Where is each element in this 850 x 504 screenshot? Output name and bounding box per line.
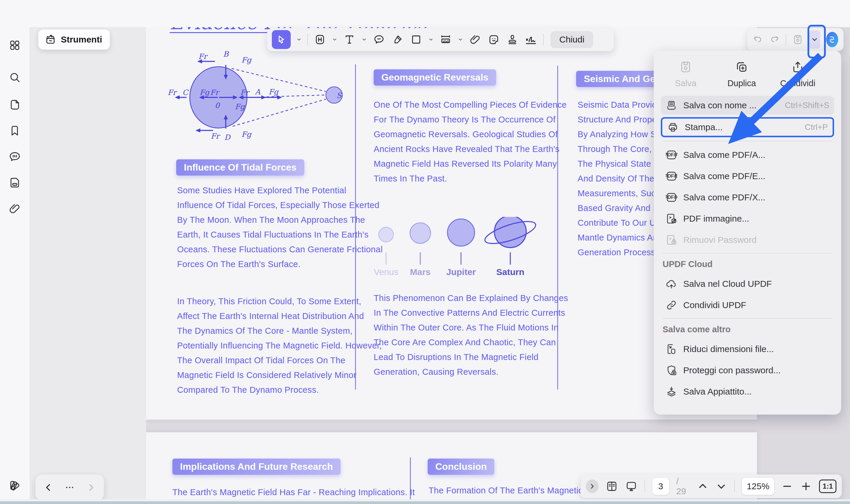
book-layout-icon[interactable]: [605, 480, 618, 492]
chevron-left-icon[interactable]: [43, 482, 54, 493]
menu-divider: [663, 253, 832, 253]
chevron-down-icon[interactable]: [296, 37, 302, 42]
flatten-icon: [666, 386, 677, 397]
pdfe-icon: PDF/E: [666, 170, 677, 182]
svg-text:A: A: [255, 88, 260, 96]
save-as-icon: [666, 100, 677, 111]
apps-grid-icon[interactable]: [8, 38, 21, 52]
comment-bubble-icon[interactable]: [373, 33, 385, 46]
save-options-menu: Salva Duplica Condividi Salva con nome .…: [654, 51, 841, 415]
minus-icon[interactable]: [781, 480, 793, 492]
annotation-toolbar: Chiudi: [267, 28, 614, 51]
chevron-up-icon[interactable]: [697, 480, 709, 492]
svg-text:C: C: [182, 88, 189, 97]
svg-text:Fg: Fg: [241, 56, 252, 64]
chevron-right-circle-icon[interactable]: [586, 480, 599, 493]
one-to-one-icon[interactable]: 1:1: [819, 480, 836, 493]
svg-text:D: D: [224, 133, 231, 142]
menu-divider: [663, 141, 832, 141]
menu-item-save-pdfe[interactable]: PDF/E Salva come PDF/E...: [661, 167, 834, 186]
chevron-right-icon[interactable]: [86, 482, 96, 493]
zoom-input[interactable]: 125%: [742, 478, 775, 495]
close-annotation-button[interactable]: Chiudi: [550, 31, 593, 48]
menu-item-share-updf[interactable]: Condividi UPDF: [661, 296, 834, 314]
heading-implications: Implications And Future Research: [173, 458, 341, 475]
toolbar-divider: [645, 480, 645, 492]
menu-item-save-as[interactable]: Salva con nome ... Ctrl+Shift+S: [661, 96, 834, 115]
menu-item-save-pdfa[interactable]: PDF/A Salva come PDF/A...: [661, 145, 834, 164]
cursor-icon[interactable]: [272, 30, 291, 49]
left-rail: [0, 27, 30, 504]
col2-paragraph-2: This Phenomenon Can Be Explained By Chan…: [374, 291, 568, 379]
search-icon[interactable]: [8, 71, 21, 84]
svg-text:0: 0: [215, 101, 220, 110]
toolbox-icon: [44, 33, 57, 46]
redo-icon[interactable]: [769, 34, 780, 45]
svg-text:Fr: Fr: [240, 88, 250, 97]
planet-label-mars: Mars: [410, 267, 431, 277]
toolbar-divider: [786, 34, 786, 46]
swatches-icon[interactable]: [8, 478, 21, 492]
svg-text:PDF/E: PDF/E: [666, 173, 677, 179]
annotation-highlight-box: [808, 25, 826, 58]
chevron-down-icon[interactable]: [458, 37, 463, 42]
present-icon[interactable]: [625, 480, 637, 492]
bookmark-icon[interactable]: [8, 124, 21, 138]
menu-item-pdf-image[interactable]: PDF immagine...: [661, 209, 834, 228]
menu-item-save-pdfx[interactable]: PDF/X Salva come PDF/X...: [661, 188, 834, 207]
undo-icon[interactable]: [753, 34, 763, 45]
save-icon[interactable]: [792, 34, 803, 45]
view-controls-pill: 3 / 29 125% 1:1: [581, 474, 842, 498]
svg-text:PDF/A: PDF/A: [666, 152, 677, 158]
paperclip-icon[interactable]: [469, 33, 482, 46]
planet-label-venus: Venus: [374, 267, 398, 277]
heading-influence-tidal-forces: Influence Of Tidal Forces: [176, 159, 304, 176]
col2-paragraph-1: One Of The Most Compelling Pieces Of Evi…: [374, 97, 567, 186]
share-action-button[interactable]: Condividi: [774, 60, 821, 88]
quick-actions-toolbar: [747, 28, 844, 51]
ai-assistant-icon[interactable]: [826, 32, 838, 47]
heading-conclusion: Conclusion: [428, 458, 494, 475]
chevron-down-icon[interactable]: [362, 37, 367, 42]
text-icon[interactable]: [343, 33, 356, 46]
svg-text:Fg: Fg: [235, 102, 246, 111]
menu-item-save-cloud[interactable]: Salva nel Cloud UPDF: [661, 274, 834, 293]
svg-text:Fr: Fr: [211, 132, 220, 141]
ellipsis-icon[interactable]: [64, 482, 75, 493]
pen-icon[interactable]: [391, 33, 404, 46]
save-action-button[interactable]: Salva: [662, 60, 709, 88]
page-total: / 29: [676, 476, 690, 496]
toolbar-divider: [307, 34, 308, 46]
svg-text:B: B: [223, 50, 229, 58]
duplicate-action-button[interactable]: Duplica: [718, 60, 765, 88]
tools-button[interactable]: Strumenti: [38, 30, 110, 50]
menu-item-print[interactable]: Stampa... Ctrl+P: [661, 117, 834, 137]
window-bottom-edge: [0, 499, 850, 501]
slides-icon[interactable]: [8, 176, 21, 190]
stamp-icon[interactable]: [506, 33, 519, 46]
menu-section-cloud: UPDF Cloud: [661, 258, 834, 274]
page-number-input[interactable]: 3: [652, 478, 669, 495]
plus-icon[interactable]: [800, 480, 812, 492]
svg-text:PDF/X: PDF/X: [666, 195, 677, 200]
menu-item-save-flattened[interactable]: Salva Appiattito...: [661, 382, 834, 401]
title-bar: [0, 0, 850, 27]
chevron-down-icon[interactable]: [716, 480, 727, 492]
sticker-icon[interactable]: [487, 33, 500, 46]
heading-icon[interactable]: [313, 33, 326, 46]
measure-icon[interactable]: [439, 33, 452, 46]
implications-text: The Earth's Magnetic Field Has Far - Rea…: [173, 485, 415, 500]
shape-icon[interactable]: [410, 33, 423, 46]
attachment-icon[interactable]: [8, 202, 21, 215]
thumbnail-panel: [30, 27, 146, 504]
pages-icon[interactable]: [8, 98, 21, 111]
signature-icon[interactable]: [524, 33, 538, 46]
comment-icon[interactable]: [8, 150, 21, 163]
menu-item-protect-password[interactable]: Proteggi con password...: [661, 361, 834, 380]
chevron-down-icon[interactable]: [428, 37, 434, 42]
menu-item-remove-password[interactable]: Rimuovi Password: [661, 231, 834, 249]
window-bottom-strip: [0, 501, 850, 504]
menu-item-reduce-size[interactable]: Riduci dimensioni file...: [661, 340, 834, 359]
chevron-down-icon[interactable]: [332, 37, 337, 42]
svg-text:Fr: Fr: [198, 52, 208, 61]
